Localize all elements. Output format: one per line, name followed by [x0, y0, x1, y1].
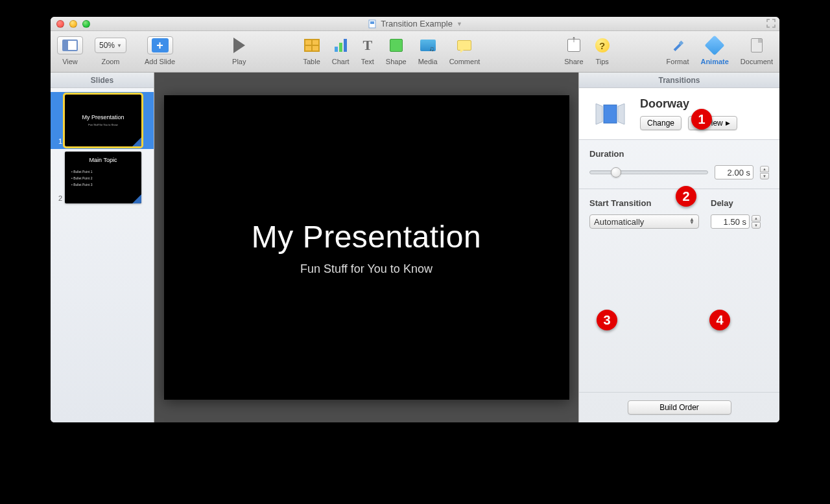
slide-title: My Presentation	[252, 219, 481, 255]
shape-label: Shape	[386, 58, 407, 65]
plus-icon: +	[152, 38, 169, 52]
inspector-panel: Transitions Doorway Change	[578, 73, 779, 422]
add-slide-label: Add Slide	[145, 58, 175, 65]
svg-rect-0	[369, 20, 375, 28]
current-slide[interactable]: My Presentation Fun Stuff for You to Kno…	[164, 95, 569, 400]
share-button[interactable]	[567, 34, 580, 57]
title-dropdown-icon[interactable]: ▼	[456, 21, 462, 27]
duration-slider[interactable]	[589, 170, 708, 174]
chart-label: Chart	[332, 58, 350, 65]
comment-icon	[457, 40, 471, 51]
tips-label: Tips	[595, 58, 608, 65]
animate-label: Animate	[700, 58, 728, 65]
media-icon	[420, 40, 436, 51]
table-button[interactable]	[304, 34, 320, 57]
table-icon	[304, 39, 320, 52]
duration-stepper[interactable]: ▲▼	[760, 166, 769, 179]
view-button[interactable]	[57, 36, 83, 54]
delay-stepper[interactable]: ▲▼	[752, 215, 761, 229]
table-label: Table	[303, 58, 320, 65]
slide-subtitle: Fun Stuff for You to Know	[300, 262, 433, 276]
minimize-window-button[interactable]	[69, 20, 77, 28]
zoom-dropdown[interactable]: 50%▼	[95, 38, 126, 53]
media-label: Media	[418, 58, 438, 65]
callout-1: 1	[691, 109, 712, 130]
main-area: Slides 1 My Presentation Fun Stuff for Y…	[51, 73, 779, 422]
slide-thumbnail-1[interactable]: 1 My Presentation Fun Stuff for You to K…	[51, 92, 154, 149]
callout-3: 3	[597, 310, 617, 330]
media-button[interactable]	[420, 34, 436, 57]
view-label: View	[62, 58, 78, 65]
chart-button[interactable]	[335, 34, 347, 57]
callout-4: 4	[709, 310, 730, 330]
delay-label: Delay	[711, 198, 769, 208]
sidebar-header: Slides	[51, 73, 154, 88]
text-icon: T	[362, 37, 372, 54]
tips-button[interactable]: ?	[595, 34, 610, 57]
slides-sidebar: Slides 1 My Presentation Fun Stuff for Y…	[51, 73, 154, 422]
transition-name: Doorway	[640, 97, 737, 111]
shape-icon	[390, 39, 403, 52]
add-slide-button[interactable]: +	[147, 36, 173, 54]
document-label: Document	[741, 58, 773, 65]
shape-button[interactable]	[390, 34, 403, 57]
window-title: Transition Example ▼	[51, 19, 779, 29]
transition-preview-icon	[589, 98, 631, 130]
svg-rect-1	[370, 21, 374, 24]
slide-thumbnail-2[interactable]: 2 Main Topic • Bullet Point 1 • Bullet P…	[51, 149, 154, 206]
format-label: Format	[667, 58, 689, 65]
app-window: Transition Example ▼ View 50%▼ Zoom + Ad…	[51, 17, 779, 422]
slide-canvas[interactable]: My Presentation Fun Stuff for You to Kno…	[154, 73, 578, 422]
document-icon	[368, 19, 377, 29]
inspector-header: Transitions	[579, 73, 779, 88]
change-transition-button[interactable]: Change	[640, 116, 682, 130]
build-order-button[interactable]: Build Order	[628, 400, 731, 415]
close-window-button[interactable]	[56, 20, 64, 28]
comment-label: Comment	[449, 58, 480, 65]
document-button[interactable]	[751, 34, 763, 57]
toolbar: View 50%▼ Zoom + Add Slide Play Table Ch…	[51, 31, 779, 73]
fullscreen-button[interactable]	[766, 19, 776, 28]
format-button[interactable]	[671, 34, 684, 57]
format-icon	[671, 39, 684, 52]
window-controls	[51, 20, 90, 28]
zoom-window-button[interactable]	[82, 20, 90, 28]
play-button[interactable]	[233, 34, 245, 57]
animate-icon	[705, 35, 725, 55]
view-icon	[62, 40, 78, 51]
duration-label: Duration	[589, 149, 769, 159]
svg-rect-3	[604, 105, 617, 123]
text-button[interactable]: T	[362, 34, 372, 57]
play-label: Play	[232, 58, 246, 65]
duration-field[interactable]: 2.00 s	[715, 165, 753, 179]
play-icon	[233, 38, 245, 53]
share-label: Share	[564, 58, 583, 65]
delay-field[interactable]: 1.50 s	[711, 214, 750, 229]
titlebar: Transition Example ▼	[51, 17, 779, 31]
document-icon	[751, 38, 763, 52]
start-transition-select[interactable]: Automatically ▲▼	[589, 214, 699, 229]
animate-button[interactable]	[707, 34, 722, 57]
callout-2: 2	[676, 186, 696, 207]
comment-button[interactable]	[457, 34, 471, 57]
chart-icon	[335, 39, 347, 52]
share-icon	[567, 39, 580, 52]
text-label: Text	[361, 58, 374, 65]
tips-icon: ?	[595, 38, 610, 52]
zoom-label: Zoom	[101, 58, 119, 65]
